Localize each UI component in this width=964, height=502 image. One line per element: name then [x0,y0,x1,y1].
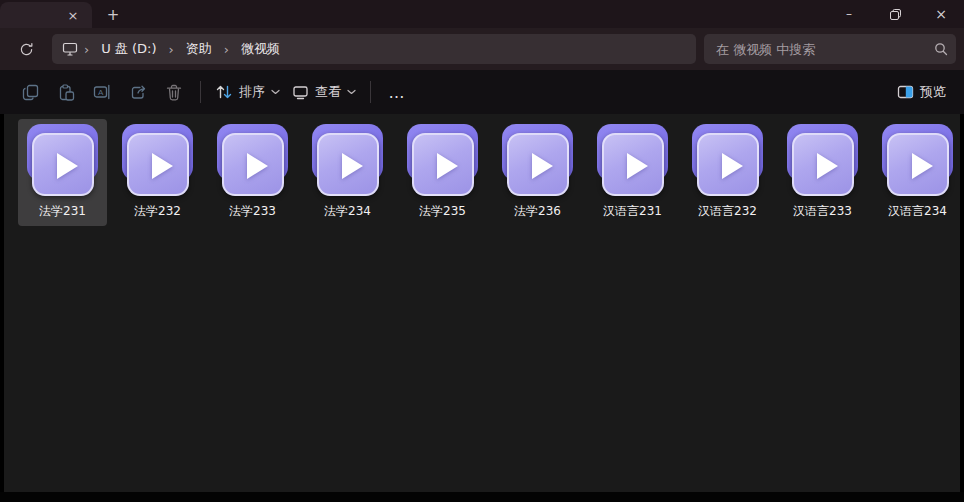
command-toolbar: A 排序 [0,70,964,114]
file-name: 法学236 [514,203,561,220]
play-icon [532,153,553,179]
file-name: 汉语言232 [698,203,757,220]
file-tile[interactable]: 法学233 [208,119,297,226]
file-tile[interactable]: 汉语言231 [588,119,677,226]
play-icon [247,153,268,179]
file-tile[interactable]: 汉语言234 [873,119,962,226]
breadcrumb-separator: › [163,42,180,57]
video-thumbnail-icon [784,124,862,199]
video-thumbnail-icon [594,124,672,199]
sort-label: 排序 [239,83,265,101]
toolbar-divider [200,81,201,103]
chevron-down-icon [271,89,280,95]
file-name: 法学232 [134,203,181,220]
more-options-button[interactable]: … [379,76,415,108]
refresh-button[interactable] [10,34,42,64]
file-grid[interactable]: 法学231 法学232 法学233 法学234 [0,114,964,492]
breadcrumb-current-folder[interactable]: 微视频 [235,38,286,60]
file-name: 汉语言233 [793,203,852,220]
address-bar[interactable]: › U 盘 (D:) › 资助 › 微视频 [52,34,696,64]
file-tile[interactable]: 汉语言232 [683,119,772,226]
play-icon [342,153,363,179]
file-name: 法学231 [39,203,86,220]
file-tile[interactable]: 汉语言233 [778,119,867,226]
explorer-tab[interactable]: × [0,2,92,28]
breadcrumb-folder[interactable]: 资助 [180,38,218,60]
video-thumbnail-icon [499,124,577,199]
tab-close-icon[interactable]: × [64,6,82,24]
this-pc-icon [62,42,78,56]
refresh-icon [19,42,34,57]
file-name: 汉语言231 [603,203,662,220]
new-tab-button[interactable]: + [100,4,126,26]
play-icon [152,153,173,179]
file-tile[interactable]: 法学232 [113,119,202,226]
video-thumbnail-icon [309,124,387,199]
video-thumbnail-icon [879,124,957,199]
play-icon [57,153,78,179]
paste-icon [58,84,75,101]
video-thumbnail-icon [24,124,102,199]
preview-label: 预览 [920,83,946,101]
toolbar-divider [370,81,371,103]
search-box[interactable] [704,34,956,64]
search-icon [934,42,948,56]
play-icon [912,153,933,179]
share-button[interactable] [120,76,156,108]
window-controls: – × [826,0,964,28]
copy-icon [22,84,39,101]
file-name: 法学235 [419,203,466,220]
file-explorer-window: × + – × › U 盘 [0,0,964,502]
delete-button[interactable] [156,76,192,108]
delete-icon [166,84,182,101]
play-icon [437,153,458,179]
file-tile[interactable]: 法学231 [18,119,107,226]
window-bottom-edge [0,492,964,502]
minimize-button[interactable]: – [826,0,872,28]
breadcrumb-drive[interactable]: U 盘 (D:) [95,38,162,60]
play-icon [627,153,648,179]
share-icon [130,84,147,101]
breadcrumb-separator: › [78,42,95,57]
sort-arrows-icon [215,84,233,100]
restore-icon [890,9,901,20]
navigation-bar: › U 盘 (D:) › 资助 › 微视频 [0,28,964,70]
file-tile[interactable]: 法学234 [303,119,392,226]
search-input[interactable] [716,42,934,57]
play-icon [817,153,838,179]
more-options-icon: … [389,83,406,102]
svg-text:A: A [98,88,104,97]
view-button[interactable]: 查看 [286,76,362,108]
file-name: 法学234 [324,203,371,220]
file-tile[interactable]: 法学235 [398,119,487,226]
copy-button[interactable] [12,76,48,108]
chevron-down-icon [347,89,356,95]
file-name: 法学233 [229,203,276,220]
preview-button[interactable]: 预览 [891,76,952,108]
restore-button[interactable] [872,0,918,28]
view-display-icon [292,85,309,100]
video-thumbnail-icon [214,124,292,199]
tab-bar: × + – × [0,0,964,28]
video-thumbnail-icon [689,124,767,199]
video-thumbnail-icon [119,124,197,199]
breadcrumb-separator: › [218,42,235,57]
rename-button[interactable]: A [84,76,120,108]
video-thumbnail-icon [404,124,482,199]
paste-button[interactable] [48,76,84,108]
file-tile[interactable]: 法学236 [493,119,582,226]
preview-pane-icon [897,85,914,99]
sort-button[interactable]: 排序 [209,76,286,108]
view-label: 查看 [315,83,341,101]
close-window-button[interactable]: × [918,0,964,28]
play-icon [722,153,743,179]
file-name: 汉语言234 [888,203,947,220]
rename-icon: A [93,84,111,100]
